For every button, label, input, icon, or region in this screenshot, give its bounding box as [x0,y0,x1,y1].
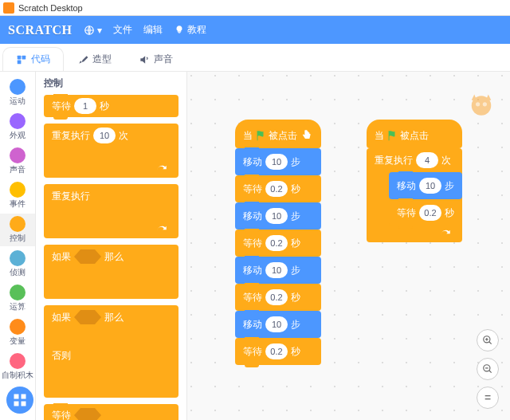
category-label: 侦测 [10,267,26,278]
category-label: 声音 [10,164,26,175]
category-label: 事件 [10,198,26,210]
category-label: 运算 [10,301,26,312]
value-input[interactable]: 10 [265,262,288,278]
block-if-else[interactable]: 如果 那么 否则 [44,305,178,398]
script-stack-1[interactable]: 当 被点击 移动10步等待0.2秒移动10步等待0.2秒移动10步等待0.2秒移… [235,120,321,365]
tab-costumes[interactable]: 造型 [64,47,125,71]
category-控制[interactable]: 控制 [0,214,35,246]
language-menu[interactable]: ▾ [84,25,102,36]
block-move-steps[interactable]: 移动10步 [235,202,321,230]
zoom-out-button[interactable] [477,358,499,380]
category-color-icon [10,216,26,232]
script-stack-2[interactable]: 当 被点击 重复执行 4 次 移动10步等待0.2秒 [367,120,462,242]
window-titlebar: Scratch Desktop [0,0,510,16]
svg-rect-3 [18,60,22,64]
category-color-icon [10,319,26,335]
category-label: 控制 [10,233,26,244]
menubar: SCRATCH ▾ 文件 编辑 教程 [0,16,510,44]
block-move-steps[interactable]: 移动10步 [235,148,321,175]
block-wait[interactable]: 等待0.2秒 [235,230,321,257]
block-repeat[interactable]: 重复执行 10 次 [44,124,178,178]
globe-icon [84,25,95,36]
brush-icon [77,54,88,65]
block-wait[interactable]: 等待0.2秒 [389,199,462,226]
category-color-icon [10,79,26,95]
category-color-icon [10,285,26,300]
value-input[interactable]: 10 [265,208,288,224]
tutorials-menu[interactable]: 教程 [174,23,206,37]
category-column: 运动外观声音事件控制侦测运算变量自制积木 [0,72,36,420]
code-icon [16,54,27,65]
green-flag-icon [386,130,398,141]
block-if[interactable]: 如果 那么 [44,245,178,299]
edit-menu[interactable]: 编辑 [143,23,163,37]
loop-arrow-icon [156,164,171,175]
block-wait[interactable]: 等待 1 秒 [44,95,178,117]
value-input[interactable]: 0.2 [265,181,288,197]
zoom-reset-button[interactable]: = [477,387,499,409]
block-wait[interactable]: 等待0.2秒 [235,338,321,365]
brand-logo: SCRATCH [8,23,73,37]
value-input[interactable]: 0.2 [419,205,441,221]
tab-code[interactable]: 代码 [2,47,64,71]
category-运动[interactable]: 运动 [0,77,35,109]
value-input[interactable]: 0.2 [265,235,288,251]
block-palette: 控制 等待 1 秒 重复执行 10 次 重复执行 如果 [36,72,187,420]
svg-rect-2 [22,55,26,59]
sound-icon [139,54,150,65]
category-运算[interactable]: 运算 [0,282,35,315]
value-input[interactable]: 0.2 [265,289,288,305]
repeat-input[interactable]: 10 [93,128,116,143]
value-input[interactable]: 10 [265,154,288,170]
category-自制积木[interactable]: 自制积木 [0,351,35,383]
block-move-steps[interactable]: 移动10步 [389,172,462,199]
tab-sounds[interactable]: 声音 [125,47,186,71]
zoom-in-button[interactable] [477,329,499,351]
block-repeat[interactable]: 重复执行 4 次 移动10步等待0.2秒 [367,148,462,242]
repeat-input[interactable]: 4 [416,152,438,168]
palette-heading: 控制 [44,77,178,90]
block-move-steps[interactable]: 移动10步 [235,311,321,338]
block-move-steps[interactable]: 移动10步 [235,257,321,284]
tabs: 代码 造型 声音 [0,44,510,72]
category-color-icon [10,250,26,266]
value-input[interactable]: 0.2 [265,343,288,359]
svg-point-9 [476,102,480,106]
block-wait-until[interactable]: 等待 [44,404,178,420]
ifelse-condition[interactable] [74,310,101,324]
wait-input[interactable]: 1 [74,98,96,114]
category-侦测[interactable]: 侦测 [0,248,35,281]
category-事件[interactable]: 事件 [0,179,35,212]
zoom-controls: = [477,329,499,409]
category-label: 外观 [10,130,26,141]
green-flag-icon [255,130,266,141]
category-外观[interactable]: 外观 [0,111,35,143]
category-变量[interactable]: 变量 [0,316,35,349]
app-icon [3,2,14,14]
category-label: 运动 [10,96,26,107]
if-condition[interactable] [74,249,101,264]
scratch-cat-watermark [465,86,498,120]
svg-point-10 [483,102,487,106]
workspace[interactable]: 当 被点击 移动10步等待0.2秒移动10步等待0.2秒移动10步等待0.2秒移… [187,72,510,420]
window-title: Scratch Desktop [18,3,83,13]
main: 运动外观声音事件控制侦测运算变量自制积木 控制 等待 1 秒 重复执行 10 次… [0,72,510,420]
category-声音[interactable]: 声音 [0,145,35,178]
block-wait[interactable]: 等待0.2秒 [235,175,321,202]
waituntil-condition[interactable] [74,408,101,420]
chevron-down-icon: ▾ [97,25,102,36]
file-menu[interactable]: 文件 [113,23,132,37]
value-input[interactable]: 10 [419,178,441,194]
hat-when-flag-clicked[interactable]: 当 被点击 [235,120,321,148]
svg-rect-1 [18,55,22,59]
category-color-icon [10,147,26,163]
value-input[interactable]: 10 [265,316,288,332]
category-label: 变量 [10,336,26,347]
category-label: 自制积木 [2,370,33,381]
zoom-in-icon [482,335,493,346]
block-forever[interactable]: 重复执行 [44,184,178,238]
hat-when-flag-clicked[interactable]: 当 被点击 [367,120,462,148]
category-color-icon [10,113,26,129]
lightbulb-icon [174,25,185,36]
block-wait[interactable]: 等待0.2秒 [235,284,321,311]
